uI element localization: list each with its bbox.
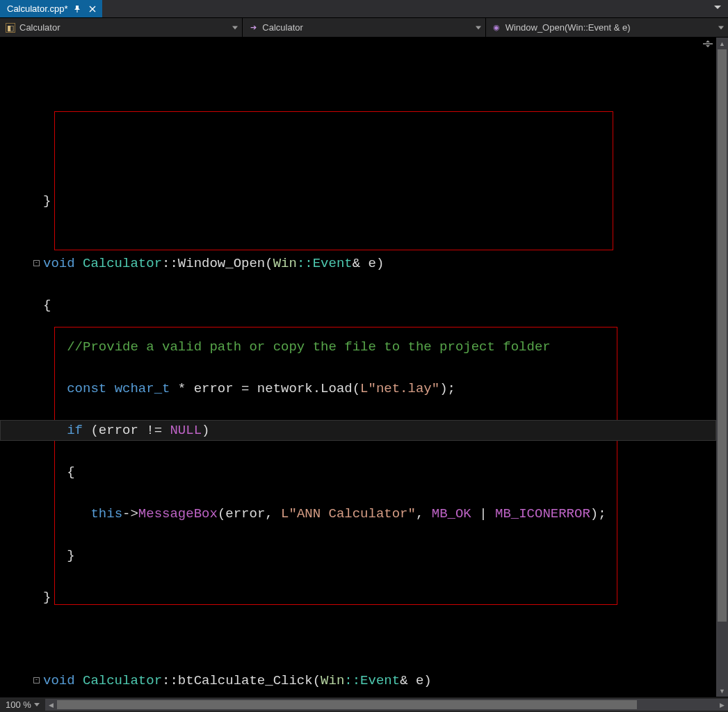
scroll-right-icon[interactable]: ▶ (716, 699, 728, 711)
chevron-down-icon (476, 26, 481, 29)
code-line: -void Calculator::btCalculate_Click(Win:… (0, 670, 716, 691)
scroll-track[interactable] (57, 699, 716, 711)
file-tab[interactable]: Calculator.cpp* (0, 0, 102, 17)
split-handle-icon[interactable] (701, 39, 715, 49)
member-combo[interactable]: ◉ Window_Open(Win::Event & e) (486, 18, 728, 37)
status-bar: 100 % ◀ ▶ (0, 697, 728, 712)
scope-label: Calculator (19, 22, 60, 33)
chevron-down-icon (232, 26, 238, 29)
scroll-left-icon[interactable]: ◀ (45, 699, 57, 711)
fold-icon[interactable]: - (33, 677, 40, 683)
code-line: //Provide a valid path or copy the file … (0, 337, 716, 357)
svg-rect-0 (703, 43, 713, 44)
tab-strip: Calculator.cpp* (0, 0, 728, 18)
code-line: } (0, 587, 716, 608)
chevron-down-icon (34, 703, 40, 706)
close-icon[interactable] (87, 3, 98, 15)
code-line: { (0, 295, 716, 316)
scroll-track[interactable] (716, 49, 728, 685)
zoom-label: 100 % (6, 699, 31, 710)
code-editor[interactable]: } -void Calculator::Window_Open(Win::Eve… (0, 38, 716, 697)
code-line: this->MessageBox(error, L"ANN Calculator… (0, 503, 716, 524)
scroll-thumb[interactable] (718, 49, 727, 622)
fold-icon[interactable]: - (33, 260, 40, 266)
code-line-current: if (error != NULL) (0, 420, 716, 441)
code-line: -void Calculator::Window_Open(Win::Event… (0, 253, 716, 274)
highlight-box (54, 111, 613, 250)
zoom-combo[interactable]: 100 % (0, 699, 45, 710)
vertical-scrollbar[interactable]: ▲ ▼ (716, 38, 728, 697)
code-line: { (0, 462, 716, 483)
scroll-thumb[interactable] (57, 700, 637, 709)
class-icon: ◧ (6, 23, 15, 33)
arrow-icon: ➔ (248, 23, 258, 33)
cube-icon: ◉ (492, 23, 501, 33)
horizontal-scrollbar[interactable]: ◀ ▶ (45, 699, 728, 711)
scroll-up-icon[interactable]: ▲ (716, 38, 728, 49)
code-line: } (0, 545, 716, 566)
tab-overflow-icon[interactable] (714, 3, 725, 14)
editor-area: } -void Calculator::Window_Open(Win::Eve… (0, 38, 728, 697)
pin-icon[interactable] (72, 3, 83, 15)
tab-title: Calculator.cpp* (7, 3, 67, 14)
type-combo[interactable]: ➔ Calculator (243, 18, 485, 37)
scroll-down-icon[interactable]: ▼ (716, 685, 728, 697)
code-line (0, 629, 716, 649)
chevron-down-icon (718, 26, 724, 29)
member-label: Window_Open(Win::Event & e) (505, 22, 631, 33)
navigation-bar: ◧ Calculator ➔ Calculator ◉ Window_Open(… (0, 18, 728, 38)
type-label: Calculator (262, 22, 303, 33)
code-line: } (0, 191, 716, 211)
code-line: const wchar_t * error = network.Load(L"n… (0, 378, 716, 399)
scope-combo[interactable]: ◧ Calculator (0, 18, 243, 37)
